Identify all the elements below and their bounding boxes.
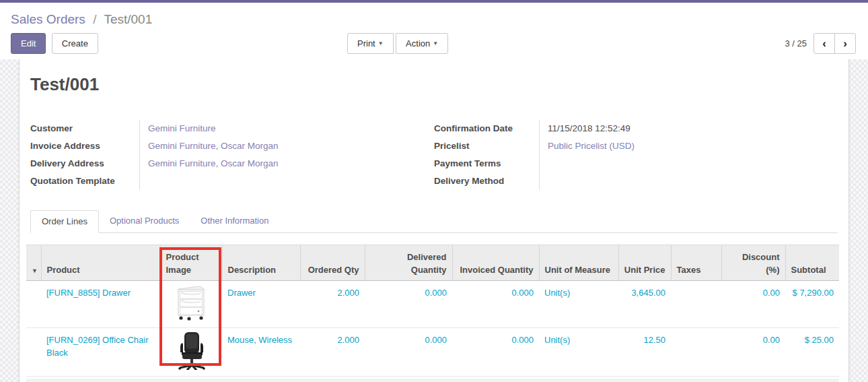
action-menu-button[interactable]: Action▼ — [396, 33, 448, 54]
cell-subtotal[interactable]: $ 7,290.00 — [785, 281, 839, 328]
field-label-payment-terms: Payment Terms — [434, 155, 540, 172]
cell-subtotal[interactable]: $ 25.00 — [785, 328, 839, 377]
record-pager: 3 / 25 ‹ › — [785, 33, 856, 54]
tab-order-lines[interactable]: Order Lines — [30, 210, 99, 233]
sort-caret-icon: ▼ — [32, 267, 38, 274]
column-header-subtotal[interactable]: Subtotal — [785, 245, 839, 281]
breadcrumb: Sales Orders / Test/001 — [11, 12, 857, 27]
order-lines-table-wrap: ▼ Product Product Image Description Orde… — [26, 245, 842, 382]
dropdown-caret-icon: ▼ — [378, 38, 384, 49]
left-buttons: Edit Create — [11, 33, 98, 44]
tab-optional-products[interactable]: Optional Products — [99, 210, 190, 233]
column-header-description[interactable]: Description — [222, 245, 300, 281]
cell-product-image — [160, 328, 222, 377]
column-header-product[interactable]: Product — [41, 245, 160, 281]
cell-delivered-qty[interactable]: 0.000 — [365, 328, 452, 377]
column-header-unit-price[interactable]: Unit Price — [618, 245, 671, 281]
column-header-invoiced-quantity[interactable]: Invoiced Quantity — [452, 245, 539, 281]
pager-counter: 3 / 25 — [785, 38, 807, 49]
pager-next-button[interactable]: › — [834, 33, 856, 54]
field-label-delivery-address: Delivery Address — [30, 155, 140, 172]
office-chair-product-image — [174, 331, 208, 370]
cell-ordered-qty[interactable]: 2.000 — [300, 281, 365, 328]
column-header-discount[interactable]: Discount (%) — [721, 245, 785, 281]
order-line-row-drawer[interactable]: [FURN_8855] Drawer — [26, 281, 839, 328]
column-header-ordered-qty[interactable]: Ordered Qty — [300, 245, 365, 281]
create-button[interactable]: Create — [52, 33, 98, 54]
field-value-payment-terms — [540, 155, 838, 172]
cell-uom[interactable]: Unit(s) — [539, 281, 618, 328]
cell-description[interactable]: Drawer — [222, 281, 300, 328]
order-line-row-office-chair[interactable]: [FURN_0269] Office Chair Black — [26, 328, 839, 377]
field-label-invoice-address: Invoice Address — [30, 137, 140, 155]
breadcrumb-sales-orders-link[interactable]: Sales Orders — [11, 12, 85, 26]
field-value-delivery-address[interactable]: Gemini Furniture, Oscar Morgan — [140, 155, 434, 172]
field-label-delivery-method: Delivery Method — [434, 172, 540, 190]
cell-unit-price[interactable]: 3,645.00 — [618, 281, 671, 328]
cell-taxes[interactable] — [671, 328, 721, 377]
field-label-confirmation-date: Confirmation Date — [434, 120, 540, 137]
tab-other-information[interactable]: Other Information — [190, 210, 279, 233]
print-label: Print — [357, 38, 375, 49]
column-header-unit-of-measure[interactable]: Unit of Measure — [539, 245, 618, 281]
cell-discount[interactable]: 0.00 — [721, 281, 785, 328]
column-header-taxes[interactable]: Taxes — [671, 245, 721, 281]
cell-discount[interactable]: 0.00 — [721, 328, 785, 377]
field-value-invoice-address[interactable]: Gemini Furniture, Oscar Morgan — [140, 137, 434, 155]
field-value-pricelist[interactable]: Public Pricelist (USD) — [540, 137, 838, 155]
field-label-customer: Customer — [30, 120, 140, 137]
column-header-product-image[interactable]: Product Image — [160, 245, 222, 281]
field-value-confirmation-date: 11/15/2018 12:52:49 — [540, 120, 838, 137]
page-title: Test/001 — [20, 59, 848, 94]
order-lines-table: ▼ Product Product Image Description Orde… — [26, 245, 839, 377]
field-value-delivery-method — [540, 172, 838, 190]
row-handle-cell — [26, 281, 41, 328]
field-groups: Customer Gemini Furniture Invoice Addres… — [30, 120, 838, 190]
cell-description[interactable]: Mouse, Wireless — [222, 328, 300, 377]
cell-uom[interactable]: Unit(s) — [539, 328, 618, 377]
edit-button[interactable]: Edit — [11, 33, 46, 54]
field-group-left: Customer Gemini Furniture Invoice Addres… — [30, 120, 434, 190]
drawer-product-image — [173, 284, 209, 321]
dropdown-caret-icon: ▼ — [433, 38, 438, 49]
form-sheet: Test/001 Customer Gemini Furniture Invoi… — [19, 59, 849, 382]
cell-product[interactable]: [FURN_8855] Drawer — [41, 281, 160, 328]
action-label: Action — [406, 38, 430, 49]
cell-taxes[interactable] — [671, 281, 721, 328]
print-menu-button[interactable]: Print▼ — [347, 33, 394, 54]
cell-product-image — [160, 281, 222, 328]
field-value-customer[interactable]: Gemini Furniture — [140, 120, 434, 137]
list-empty-area — [26, 379, 839, 382]
pager-previous-button[interactable]: ‹ — [813, 33, 835, 54]
breadcrumb-current-record: Test/001 — [104, 12, 152, 26]
column-header-delivered-quantity[interactable]: Delivered Quantity — [365, 245, 452, 281]
control-panel: Sales Orders / Test/001 Edit Create Prin… — [0, 3, 868, 59]
action-buttons-row: Edit Create Print▼ Action▼ 3 / 25 ‹ › — [11, 33, 857, 54]
field-label-quotation-template: Quotation Template — [30, 172, 140, 190]
breadcrumb-separator: / — [93, 12, 96, 26]
cell-invoiced-qty[interactable]: 0.000 — [452, 328, 539, 377]
field-label-pricelist: Pricelist — [434, 137, 540, 155]
cell-invoiced-qty[interactable]: 0.000 — [452, 281, 539, 328]
field-group-right: Confirmation Date 11/15/2018 12:52:49 Pr… — [434, 120, 838, 190]
table-header-row: ▼ Product Product Image Description Orde… — [26, 245, 839, 281]
list-options-toggle[interactable]: ▼ — [26, 245, 41, 281]
row-handle-cell — [26, 328, 41, 377]
notebook-tabs: Order Lines Optional Products Other Info… — [30, 210, 838, 233]
field-value-quotation-template — [140, 172, 434, 190]
cell-unit-price[interactable]: 12.50 — [618, 328, 671, 377]
cell-product[interactable]: [FURN_0269] Office Chair Black — [41, 328, 160, 377]
cell-delivered-qty[interactable]: 0.000 — [365, 281, 452, 328]
center-buttons: Print▼ Action▼ — [347, 33, 448, 54]
cell-ordered-qty[interactable]: 2.000 — [300, 328, 365, 377]
form-view-background: Test/001 Customer Gemini Furniture Invoi… — [0, 59, 868, 382]
